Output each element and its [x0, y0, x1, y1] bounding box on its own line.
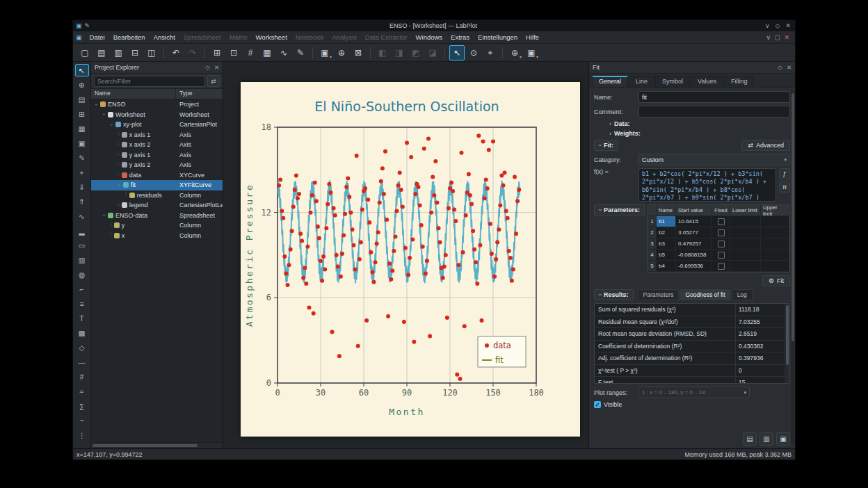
lower-limit-cell[interactable] [730, 227, 761, 238]
expander-icon[interactable]: › [101, 212, 107, 218]
column-header-name[interactable]: Name [91, 89, 176, 99]
zoom-in-icon[interactable]: ⊕ [334, 45, 349, 60]
axis-icon[interactable]: ⌐ [75, 283, 89, 295]
add-plot-template-icon[interactable]: ⊡ [226, 45, 241, 60]
upper-limit-cell[interactable] [761, 238, 789, 249]
open-file-icon[interactable]: ▤ [94, 45, 109, 60]
tree-row-legend[interactable]: └legendCartesianPlotLegend [91, 200, 223, 211]
start-value-cell[interactable]: 10.6415 [676, 216, 712, 227]
fit-page-icon[interactable]: ⊠ [351, 45, 366, 60]
new-file-icon[interactable]: ▢ [77, 45, 93, 60]
weights-section-header[interactable]: › Weights: [609, 130, 790, 137]
mdi-minimize-button[interactable]: ∨ [766, 34, 771, 41]
new-folder-icon[interactable]: ▤ [75, 93, 89, 106]
load-template-button[interactable]: ▤ [743, 432, 757, 446]
tree-row-fit[interactable]: ›fitXYFitCurve [91, 180, 223, 190]
zoom-in-tool-icon[interactable]: ⊕ [75, 79, 89, 91]
dock-float-icon[interactable]: ◇ [205, 64, 210, 71]
new-worksheet-icon[interactable]: ▣ [75, 137, 89, 149]
menu-datei[interactable]: Datei [86, 33, 109, 42]
fixed-checkbox[interactable] [718, 252, 725, 259]
import-icon[interactable]: ⇓ [75, 181, 89, 193]
enso-plot[interactable]: 0306090120150180061218El Niño-Southern O… [241, 82, 580, 437]
results-scrollbar[interactable] [785, 304, 789, 383]
parameters-row[interactable]: 4b5-0.0808158 [648, 250, 789, 261]
tree-column-headers[interactable]: Name Type [91, 88, 223, 99]
legend-icon[interactable]: ≡ [75, 298, 89, 310]
save-template-button[interactable]: ▥ [760, 432, 773, 446]
fixed-cell[interactable] [712, 216, 730, 227]
export-tool-icon[interactable]: ⇑ [75, 195, 89, 208]
expander-icon[interactable]: › [101, 111, 107, 117]
layout-horizontal-icon[interactable]: ◨ [392, 45, 407, 60]
layout-grid-icon[interactable]: ◩ [408, 45, 424, 60]
tree-row-enso[interactable]: ›ENSOProject [91, 99, 223, 110]
tree-row-y-axis-1[interactable]: └y axis 1Axis [91, 150, 223, 161]
tree-row-x[interactable]: └xColumn [91, 231, 223, 241]
fixed-cell[interactable] [712, 261, 730, 271]
upper-limit-cell[interactable] [761, 261, 789, 271]
grid-tool-icon[interactable]: # [75, 371, 89, 383]
column-header-type[interactable]: Type [176, 89, 195, 99]
tree-row-data[interactable]: └dataXYCurve [91, 170, 223, 181]
expander-icon[interactable]: › [93, 101, 99, 108]
fit-dock-scrollbar[interactable] [791, 90, 794, 444]
dock-close-icon[interactable]: ✕ [787, 64, 791, 71]
fixed-checkbox[interactable] [718, 218, 725, 225]
save-default-button[interactable]: ▣ [776, 432, 790, 446]
search-input[interactable] [94, 76, 205, 87]
fixed-checkbox[interactable] [718, 263, 725, 270]
magnification-menu-icon[interactable]: ▣▾ [524, 45, 539, 60]
menu-worksheet[interactable]: Worksheet [252, 33, 291, 42]
redo-icon[interactable]: ↷ [185, 45, 200, 60]
plot-curve-icon[interactable]: ∿ [75, 210, 89, 222]
dock-close-icon[interactable]: ✕ [214, 64, 219, 71]
start-value-cell[interactable]: 3.05277 [676, 227, 712, 238]
parameters-row[interactable]: 5b4-0.699536 [648, 261, 789, 272]
upper-limit-cell[interactable] [761, 216, 789, 227]
pie-chart-icon[interactable]: ◍ [75, 268, 89, 281]
add-curve-icon[interactable]: ∿ [276, 45, 291, 60]
mdi-restore-button[interactable]: ◻ [775, 34, 780, 41]
fourier-tool-icon[interactable]: ∑ [75, 400, 89, 412]
fixed-checkbox[interactable] [718, 241, 725, 247]
tree-row-worksheet[interactable]: ›WorksheetWorksheet [91, 110, 223, 120]
filter-options-button[interactable]: ⇄ [207, 75, 220, 87]
menu-extras[interactable]: Extras [447, 33, 474, 42]
print-icon[interactable]: ⊟ [127, 45, 143, 60]
new-datapicker-icon[interactable]: ⌖ [75, 166, 89, 179]
save-file-icon[interactable]: ▥ [111, 45, 126, 60]
bar-chart-icon[interactable]: ▥ [75, 254, 89, 266]
menu-analysis[interactable]: Analysis [328, 33, 360, 42]
fit-section-toggle[interactable]: › Fit: [594, 140, 618, 151]
fixed-cell[interactable] [712, 250, 730, 260]
data-section-header[interactable]: › Data: [609, 120, 790, 127]
parameters-section-toggle[interactable]: › Parameters: [594, 204, 645, 215]
image-tool-icon[interactable]: ▩ [75, 327, 89, 339]
menu-notebook[interactable]: Notebook [291, 33, 328, 42]
tab-values[interactable]: Values [691, 76, 723, 87]
menu-matrix[interactable]: Matrix [225, 33, 252, 42]
window-maximize-button[interactable]: ◇ [775, 22, 780, 29]
param-name-cell[interactable]: b2 [657, 227, 676, 238]
menu-hilfe[interactable]: Hilfe [522, 33, 543, 42]
zoom-select-mode-icon[interactable]: ⌖ [483, 45, 498, 60]
tree-row-x-axis-1[interactable]: └x axis 1Axis [91, 130, 223, 140]
window-minimize-button[interactable]: ∨ [765, 22, 770, 29]
fixed-cell[interactable] [712, 227, 730, 238]
tab-general[interactable]: General [592, 76, 628, 87]
worksheet-page[interactable]: 0306090120150180061218El Niño-Southern O… [241, 82, 580, 437]
comment-field[interactable] [638, 106, 790, 117]
results-tab-goodness-of-fit[interactable]: Goodness of fit [680, 289, 730, 300]
histogram-icon[interactable]: ▂ [75, 225, 89, 237]
tree-row-y-axis-2[interactable]: └y axis 2Axis [91, 160, 223, 170]
undo-icon[interactable]: ↶ [168, 45, 184, 60]
shape-tool-icon[interactable]: ◇ [75, 341, 89, 354]
lower-limit-cell[interactable] [730, 250, 761, 260]
export-icon[interactable]: ▣▾ [317, 45, 332, 60]
menu-bearbeiten[interactable]: Bearbeiten [109, 33, 150, 42]
start-value-cell[interactable]: 0.479257 [676, 238, 712, 249]
tab-filling[interactable]: Filling [724, 76, 755, 87]
tree-horizontal-scrollbar[interactable] [91, 442, 223, 448]
lower-limit-cell[interactable] [730, 216, 761, 227]
